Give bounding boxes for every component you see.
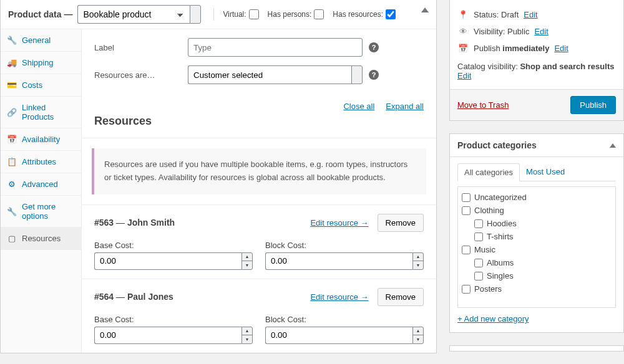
category-checkbox[interactable] (462, 193, 470, 202)
base-cost-input[interactable] (94, 252, 241, 270)
move-to-trash-link[interactable]: Move to Trash (457, 100, 509, 110)
tab-attributes[interactable]: 📋Attributes (1, 151, 81, 173)
categories-tab-all[interactable]: All categories (457, 163, 520, 181)
category-item[interactable]: Uncategorized (462, 191, 612, 204)
gear-icon: ⚙ (7, 180, 17, 189)
base-cost-input[interactable] (94, 327, 241, 344)
help-icon[interactable]: ? (369, 42, 379, 52)
wrench-icon: 🔧 (7, 207, 17, 216)
virtual-checkbox[interactable] (249, 9, 259, 19)
tab-resources[interactable]: ▢Resources (1, 228, 81, 250)
number-spinner[interactable]: ▲▼ (241, 327, 253, 344)
calendar-icon: 📅 (457, 44, 469, 53)
resource-name: #563 — John Smith (94, 218, 175, 228)
tab-costs[interactable]: 💳Costs (1, 74, 81, 97)
base-cost-label: Base Cost: (94, 315, 253, 324)
category-item[interactable]: Albums (462, 256, 612, 269)
tab-availability[interactable]: 📅Availability (1, 128, 81, 151)
has-persons-checkbox[interactable] (314, 9, 324, 19)
tab-get-more-options[interactable]: 🔧Get more options (1, 196, 81, 228)
number-spinner[interactable]: ▲▼ (412, 252, 424, 270)
resource-item: #563 — John Smith Edit resource → Remove… (82, 204, 436, 279)
next-box (449, 345, 624, 352)
category-checkbox[interactable] (462, 206, 470, 215)
number-spinner[interactable]: ▲▼ (241, 252, 253, 270)
edit-visibility-link[interactable]: Edit (534, 27, 548, 36)
edit-catalog-visibility-link[interactable]: Edit (457, 71, 471, 80)
remove-resource-button[interactable]: Remove (378, 214, 424, 232)
add-new-category-link[interactable]: + Add new category (457, 314, 529, 323)
list-icon: 📋 (7, 157, 17, 166)
has-resources-option[interactable]: Has resources: (333, 9, 396, 19)
category-item[interactable]: Posters (462, 282, 612, 295)
product-data-panel: Product data — Bookable product Virtual:… (0, 0, 437, 353)
categories-title: Product categories (457, 140, 537, 150)
category-checkbox[interactable] (462, 285, 470, 294)
link-icon: 🔗 (7, 108, 17, 117)
calendar-icon: 📅 (7, 135, 17, 144)
close-all-link[interactable]: Close all (343, 102, 374, 111)
label-field-label: Label (94, 43, 188, 52)
label-input[interactable] (188, 38, 363, 57)
categories-list[interactable]: Uncategorized Clothing Hoodies T-shirts … (457, 186, 616, 308)
resources-heading: Resources (82, 111, 436, 138)
block-cost-label: Block Cost: (265, 315, 424, 324)
category-checkbox[interactable] (474, 272, 483, 280)
tab-general[interactable]: 🔧General (1, 29, 81, 52)
pin-icon: 📍 (457, 10, 469, 19)
category-item[interactable]: Music (462, 243, 612, 256)
eye-icon: 👁 (457, 27, 469, 36)
category-checkbox[interactable] (474, 232, 483, 241)
truck-icon: 🚚 (7, 58, 17, 67)
block-cost-input[interactable] (265, 252, 412, 270)
product-data-header: Product data — Bookable product Virtual:… (1, 0, 436, 29)
product-categories-box: Product categories All categories Most U… (449, 133, 624, 333)
product-type-select[interactable]: Bookable product (77, 5, 190, 24)
box-icon: ▢ (7, 234, 17, 243)
has-resources-checkbox[interactable] (386, 9, 396, 19)
select-dropdown-button[interactable] (190, 5, 201, 24)
publish-button[interactable]: Publish (570, 96, 616, 114)
edit-resource-link[interactable]: Edit resource → (310, 292, 368, 302)
category-checkbox[interactable] (462, 246, 470, 254)
block-cost-label: Block Cost: (265, 241, 424, 250)
base-cost-label: Base Cost: (94, 241, 253, 250)
category-checkbox[interactable] (474, 259, 483, 267)
categories-tab-most-used[interactable]: Most Used (520, 163, 571, 181)
edit-resource-link[interactable]: Edit resource → (310, 218, 368, 228)
category-checkbox[interactable] (474, 219, 483, 228)
category-item[interactable]: Hoodies (462, 217, 612, 230)
product-data-title: Product data — (8, 9, 72, 19)
block-cost-input[interactable] (265, 327, 412, 344)
help-icon[interactable]: ? (369, 70, 379, 80)
number-spinner[interactable]: ▲▼ (412, 327, 424, 344)
money-icon: 💳 (7, 80, 17, 90)
catalog-visibility: Catalog visibility: Shop and search resu… (457, 57, 616, 83)
resources-are-label: Resources are… (94, 70, 188, 80)
panel-collapse-toggle[interactable] (421, 7, 429, 12)
resources-info-box: Resources are used if you have multiple … (92, 148, 426, 194)
tab-linked-products[interactable]: 🔗Linked Products (1, 97, 81, 128)
box-collapse-toggle[interactable] (610, 143, 616, 148)
product-data-options: Virtual: Has persons: Has resources: (213, 8, 396, 21)
has-persons-option[interactable]: Has persons: (268, 9, 324, 19)
expand-all-link[interactable]: Expand all (386, 102, 424, 111)
tab-advanced[interactable]: ⚙Advanced (1, 173, 81, 196)
resource-name: #564 — Paul Jones (94, 292, 173, 302)
resources-panel: Label ? Resources are… Customer selected… (82, 29, 436, 353)
publish-box: 📍Status: Draft Edit 👁Visibility: Public … (449, 0, 624, 121)
virtual-option[interactable]: Virtual: (223, 9, 258, 19)
edit-publish-date-link[interactable]: Edit (554, 44, 568, 53)
tab-shipping[interactable]: 🚚Shipping (1, 52, 81, 74)
wrench-icon: 🔧 (7, 36, 17, 45)
product-data-tabs: 🔧General 🚚Shipping 💳Costs 🔗Linked Produc… (1, 29, 82, 353)
category-item[interactable]: T-shirts (462, 230, 612, 243)
edit-status-link[interactable]: Edit (524, 10, 537, 19)
category-item[interactable]: Singles (462, 269, 612, 282)
category-item[interactable]: Clothing (462, 204, 612, 217)
select-dropdown-button[interactable] (351, 65, 363, 84)
remove-resource-button[interactable]: Remove (378, 288, 424, 306)
resource-item: #564 — Paul Jones Edit resource → Remove… (82, 279, 436, 353)
resources-are-select[interactable]: Customer selected (188, 65, 351, 84)
